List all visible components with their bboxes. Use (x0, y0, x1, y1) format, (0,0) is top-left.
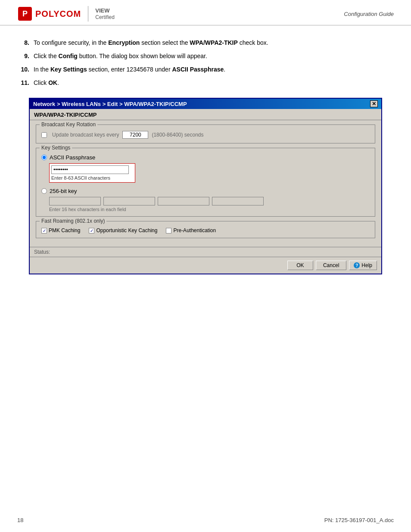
bit256-radio-label: 256-bit key (50, 188, 77, 194)
view-text: VIEW (95, 7, 115, 14)
certified-text: Certified (95, 14, 115, 20)
hex-hint: Enter 16 hex characters in each field (49, 207, 370, 212)
status-bar: Status: (30, 247, 381, 257)
dialog-body: Broadcast Key Rotation Update broadcast … (30, 120, 381, 247)
svg-text:P: P (22, 9, 28, 18)
roaming-row: ✓ PMK Caching ✓ Opportunistic Key Cachin… (41, 227, 370, 233)
ascii-radio-row: ASCII Passphrase (41, 154, 370, 161)
step-11-num: 11. (17, 78, 29, 87)
polycom-logo-icon: P (17, 6, 33, 22)
pmk-caching-checkbox[interactable]: ✓ (41, 228, 47, 233)
page-number: 18 (17, 517, 23, 523)
ascii-radio[interactable] (41, 155, 47, 160)
hex-input-1[interactable] (49, 197, 101, 205)
step-9-num: 9. (17, 52, 29, 61)
cancel-button[interactable]: Cancel (316, 261, 346, 270)
step-9: 9. Click the Config button. The dialog b… (17, 52, 394, 61)
status-label: Status: (34, 249, 50, 255)
step-11-text: Click OK. (34, 78, 394, 87)
page-header: P POLYCOM VIEW Certified Configuration G… (0, 0, 411, 25)
fast-roaming-legend: Fast Roaming (802.1x only) (40, 218, 106, 224)
step-11: 11. Click OK. (17, 78, 394, 87)
page-content: 8. To configure security, in the Encrypt… (0, 25, 411, 287)
broadcast-group: Broadcast Key Rotation Update broadcast … (36, 124, 375, 143)
step-9-text: Click the Config button. The dialog box … (34, 52, 394, 61)
part-number: PN: 1725-36197-001_A.doc (324, 517, 394, 523)
dialog-window: Network > Wireless LANs > Edit > WPA/WPA… (29, 98, 382, 274)
passphrase-input[interactable] (51, 165, 129, 174)
dialog-subtitle: WPA/WPA2-TKIP/CCMP (30, 109, 381, 120)
broadcast-content: Update broadcast keys every (1800-86400)… (41, 131, 370, 139)
broadcast-update-label: Update broadcast keys every (52, 132, 119, 138)
close-icon[interactable]: ✕ (370, 100, 378, 107)
key-settings-group: Key Settings ASCII Passphrase Enter 8-63… (36, 148, 375, 217)
ok-button[interactable]: OK (287, 261, 313, 270)
opportunistic-key-label: Opportunistic Key Caching (96, 227, 157, 233)
logo-area: P POLYCOM VIEW Certified (17, 6, 115, 22)
logo-divider (88, 6, 88, 22)
broadcast-interval-input[interactable] (122, 131, 148, 139)
opportunistic-key-item: ✓ Opportunistic Key Caching (89, 227, 157, 233)
step-10: 10. In the Key Settings section, enter 1… (17, 65, 394, 74)
fast-roaming-group: Fast Roaming (802.1x only) ✓ PMK Caching… (36, 221, 375, 238)
broadcast-range-hint: (1800-86400) seconds (152, 132, 203, 138)
fast-roaming-content: ✓ PMK Caching ✓ Opportunistic Key Cachin… (41, 227, 370, 233)
page-footer: 18 PN: 1725-36197-001_A.doc (17, 517, 394, 523)
polycom-logo: P POLYCOM (17, 6, 81, 22)
step-10-text: In the Key Settings section, enter 12345… (34, 65, 394, 74)
step-8-num: 8. (17, 38, 29, 47)
button-row: OK Cancel ? Help (30, 257, 381, 274)
hex-input-4[interactable] (212, 197, 264, 205)
pmk-caching-item: ✓ PMK Caching (41, 227, 80, 233)
step-8: 8. To configure security, in the Encrypt… (17, 38, 394, 47)
hex-fields-row (49, 197, 370, 205)
passphrase-hint: Enter 8-63 ASCII characters (51, 175, 133, 180)
bit256-radio[interactable] (41, 188, 47, 194)
pmk-caching-label: PMK Caching (49, 227, 80, 233)
broadcast-legend: Broadcast Key Rotation (40, 121, 97, 128)
opportunistic-key-checkbox[interactable]: ✓ (89, 228, 94, 233)
polycom-text: POLYCOM (35, 9, 81, 19)
bit256-radio-row: 256-bit key (41, 188, 370, 194)
pre-auth-item: Pre-Authentication (166, 227, 216, 233)
pre-auth-checkbox[interactable] (166, 228, 171, 233)
broadcast-checkbox[interactable] (41, 132, 47, 138)
view-certified: VIEW Certified (95, 7, 115, 20)
ascii-box: Enter 8-63 ASCII characters (49, 163, 135, 183)
key-settings-legend: Key Settings (40, 145, 72, 151)
ascii-radio-label: ASCII Passphrase (50, 154, 95, 161)
dialog-titlebar: Network > Wireless LANs > Edit > WPA/WPA… (30, 99, 381, 109)
help-icon: ? (354, 262, 360, 268)
hex-input-2[interactable] (103, 197, 155, 205)
dialog-title: Network > Wireless LANs > Edit > WPA/WPA… (33, 101, 187, 107)
help-label: Help (361, 262, 372, 268)
pre-auth-label: Pre-Authentication (173, 227, 216, 233)
step-10-num: 10. (17, 65, 29, 74)
steps-list: 8. To configure security, in the Encrypt… (17, 38, 394, 87)
step-8-text: To configure security, in the Encryption… (34, 38, 394, 47)
help-button[interactable]: ? Help (349, 261, 377, 270)
hex-input-3[interactable] (158, 197, 209, 205)
key-settings-content: ASCII Passphrase Enter 8-63 ASCII charac… (41, 154, 370, 212)
guide-title: Configuration Guide (344, 11, 394, 17)
broadcast-row: Update broadcast keys every (1800-86400)… (41, 131, 370, 139)
